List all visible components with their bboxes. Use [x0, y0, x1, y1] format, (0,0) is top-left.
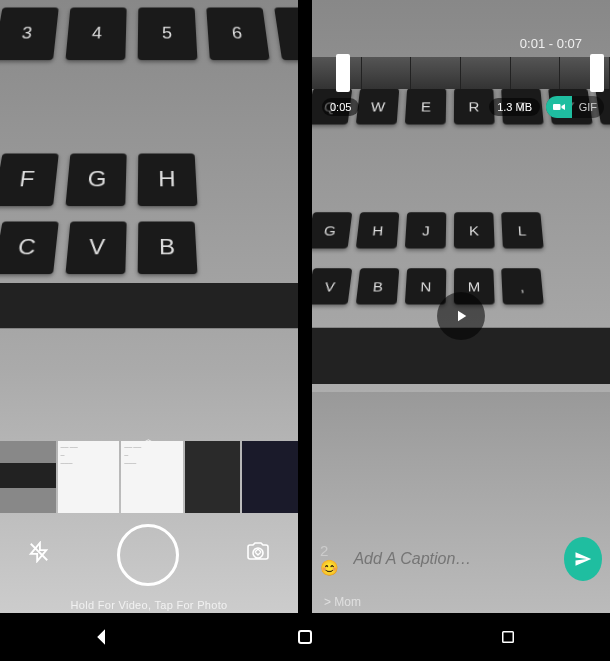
trim-timeline[interactable] [312, 57, 610, 89]
nav-home-button[interactable] [285, 617, 325, 657]
camera-capture-screen: 3 4 5 6 7 F G H C V B ︿ —— —————— —— ———… [0, 0, 298, 613]
key: V [65, 221, 126, 274]
key: L [501, 212, 544, 248]
key: 6 [206, 7, 269, 60]
duration-badge: 0:05 [322, 98, 359, 116]
thumbnail[interactable]: —— —————— [58, 441, 120, 513]
key: N [405, 268, 446, 304]
flash-off-icon[interactable] [28, 541, 50, 569]
svg-rect-1 [553, 104, 561, 110]
nav-back-button[interactable] [82, 617, 122, 657]
caption-input[interactable] [353, 550, 554, 568]
thumbnail[interactable] [242, 441, 298, 513]
trim-handle-right[interactable] [590, 54, 604, 92]
mode-video-icon[interactable] [546, 96, 572, 118]
key: 4 [65, 7, 126, 60]
key: W [356, 88, 400, 124]
keyboard-strip [0, 283, 298, 328]
send-button[interactable] [564, 537, 602, 581]
capture-hint: Hold For Video, Tap For Photo [0, 599, 298, 611]
mode-gif[interactable]: GIF [572, 96, 604, 118]
key: 5 [138, 7, 198, 60]
key: B [356, 268, 400, 304]
key: V [312, 268, 352, 304]
thumbnail[interactable] [185, 441, 241, 513]
thumbnail[interactable]: —— —————— [121, 441, 183, 513]
thumbnail[interactable] [0, 441, 56, 513]
recipient-label: > Mom [324, 595, 361, 609]
key: C [0, 221, 59, 274]
trim-handle-left[interactable] [336, 54, 350, 92]
play-button[interactable] [437, 292, 485, 340]
key: J [405, 212, 446, 248]
key: 3 [0, 7, 59, 60]
gallery-thumbnails[interactable]: —— —————— —— —————— [0, 441, 298, 513]
key: B [138, 221, 198, 274]
switch-camera-icon[interactable] [246, 540, 270, 570]
key: G [65, 153, 126, 206]
nav-recent-button[interactable] [488, 617, 528, 657]
key: H [356, 212, 400, 248]
filesize-badge: 1.3 MB [489, 98, 540, 116]
key: E [405, 88, 446, 124]
caption-row: 2😊 [312, 537, 610, 581]
video-gif-toggle[interactable]: GIF [546, 96, 604, 118]
key: 7 [274, 7, 298, 60]
video-edit-screen: Q W E R T Y U I O G H J K L V B N M [312, 0, 610, 613]
android-navbar [0, 613, 610, 661]
key: G [312, 212, 352, 248]
key: K [454, 212, 495, 248]
key: H [138, 153, 198, 206]
key: F [0, 153, 59, 206]
svg-rect-2 [503, 632, 514, 643]
emoji-button[interactable]: 2😊 [320, 542, 343, 577]
trim-range-label: 0:01 - 0:07 [520, 36, 582, 51]
shutter-button[interactable] [117, 524, 179, 586]
key: , [501, 268, 544, 304]
camera-controls [0, 519, 298, 591]
